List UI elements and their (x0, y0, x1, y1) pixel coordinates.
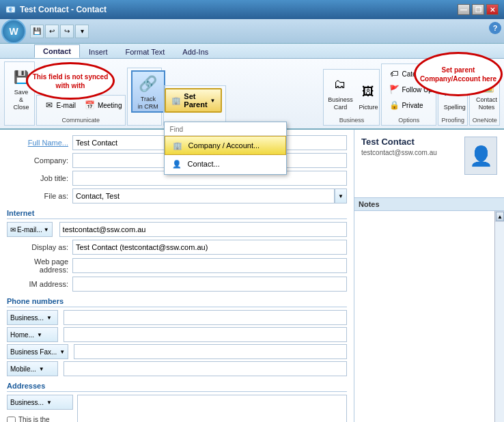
file-as-input[interactable] (72, 188, 335, 203)
private-icon: 🔒 (389, 100, 400, 111)
save-close-icon: 💾 (10, 66, 32, 88)
avatar-icon: 👤 (469, 145, 493, 167)
track-crm-button[interactable]: 🔗 Trackin CRM (131, 70, 165, 113)
web-page-label: Web page address: (7, 257, 68, 274)
phone-section-header: Phone numbers (7, 297, 347, 307)
restore-button[interactable]: ❐ (472, 4, 484, 15)
notes-header: Notes (354, 198, 504, 211)
ribbon: 💾 Save &Close ✉ E-mail 📅 Meeting ▾ Commu… (0, 59, 504, 130)
right-panel: Test Contact testcontact@ssw.com.au 👤 No… (354, 130, 504, 422)
phone-business-input[interactable] (64, 310, 347, 325)
spelling-icon: ABC (444, 81, 466, 103)
contact-card-info: Test Contact testcontact@ssw.com.au (361, 137, 458, 191)
display-as-input[interactable] (72, 240, 347, 255)
phone-home-input[interactable] (64, 327, 347, 342)
ribbon-group-setparent: 🏢 Set Parent ▼ Find 🏢 Company / Account.… (163, 85, 227, 126)
contact-menu-icon: 👤 (171, 158, 182, 169)
company-account-item[interactable]: 🏢 Company / Account... (165, 136, 286, 155)
phone-fax-arrow: ▼ (59, 349, 65, 355)
track-crm-icon: 🔗 (137, 73, 159, 95)
communicate-label: Communicate (37, 117, 125, 124)
proofing-label: Proofing (438, 117, 468, 124)
qat-save[interactable]: 💾 (30, 25, 44, 38)
notes-scrollbar[interactable]: ▲ ▼ (494, 211, 504, 422)
followup-button[interactable]: 🚩 Follow Up ▼ (385, 82, 445, 97)
find-dropdown: Find 🏢 Company / Account... 👤 Contact... (164, 122, 287, 175)
phone-mobile-button[interactable]: Mobile... ▼ (7, 361, 58, 376)
address-textarea[interactable] (77, 395, 347, 422)
set-parent-arrow: ▼ (210, 98, 216, 104)
top-bar: W 💾 ↩ ↪ ▾ ? (0, 19, 504, 44)
categorize-button[interactable]: 🏷 Categorize ▼ (385, 66, 445, 81)
email-btn-label: E-mail... (17, 226, 42, 234)
email-button[interactable]: ✉ E-mail (40, 98, 79, 113)
file-as-container: ▼ (72, 188, 347, 203)
office-button[interactable]: W (1, 19, 26, 44)
phone-fax-button[interactable]: Business Fax... ▼ (7, 344, 68, 359)
track-crm-label: Trackin CRM (138, 96, 158, 111)
set-parent-button[interactable]: 🏢 Set Parent ▼ (165, 88, 222, 113)
meeting-button[interactable]: 📅 Meeting (81, 98, 126, 113)
contact-notes-button[interactable]: 📒 ContactNotes (473, 72, 499, 113)
options-group-label: Options (382, 117, 435, 124)
spelling-label: Spelling (444, 104, 466, 111)
email-label: E-mail (57, 102, 76, 109)
im-address-input[interactable] (72, 277, 347, 292)
job-title-label: Job title: (7, 174, 68, 182)
mailing-label: This is the mailing address (18, 415, 73, 422)
im-address-label: IM address: (7, 280, 68, 288)
qat-undo[interactable]: ↩ (45, 25, 59, 38)
save-close-label: Save &Close (12, 89, 31, 111)
web-page-input[interactable] (72, 258, 347, 273)
followup-icon: 🚩 (389, 84, 400, 95)
phone-mobile-input[interactable] (64, 361, 347, 376)
contact-menu-label: Contact... (188, 160, 220, 168)
notes-textarea[interactable] (354, 211, 494, 422)
address-business-label: Business... (10, 399, 44, 406)
phone-home-button[interactable]: Home... ▼ (7, 327, 58, 342)
mailing-checkbox[interactable] (7, 417, 16, 422)
business-card-button[interactable]: 🗂 BusinessCard (327, 72, 353, 113)
ribbon-group-proofing: ABC Spelling Proofing (438, 76, 468, 126)
qat-more[interactable]: ▾ (75, 25, 89, 38)
title-text: Test Contact - Contact (20, 5, 107, 14)
help-button[interactable]: ? (489, 22, 501, 34)
address-business-button[interactable]: Business... ▼ (7, 395, 73, 410)
email-input[interactable] (59, 222, 347, 237)
ribbon-group-save: 💾 Save &Close (4, 61, 35, 126)
minimize-button[interactable]: — (458, 4, 470, 15)
phone-business-button[interactable]: Business... ▼ (7, 310, 58, 325)
ribbon-group-options: 🏷 Categorize ▼ 🚩 Follow Up ▼ 🔒 Private O… (381, 64, 436, 126)
contact-card: Test Contact testcontact@ssw.com.au 👤 (354, 130, 504, 198)
ribbon-tabs: Contact Insert Format Text Add-Ins (0, 44, 504, 59)
display-as-label: Display as: (7, 243, 68, 251)
scrollbar-up-btn[interactable]: ▲ (496, 212, 504, 221)
phone-fax-label: Business Fax... (10, 348, 57, 356)
meeting-label: Meeting (98, 102, 122, 109)
app-icon: 📧 (5, 5, 16, 14)
file-as-dropdown-btn[interactable]: ▼ (335, 188, 347, 203)
close-button[interactable]: ✕ (486, 4, 499, 15)
tab-insert[interactable]: Insert (80, 44, 117, 58)
picture-button[interactable]: 🖼 Picture (355, 79, 381, 113)
notes-body: ▲ ▼ (354, 211, 504, 422)
email-dropdown-button[interactable]: ✉ E-mail... ▼ (7, 222, 53, 237)
phone-home-arrow: ▼ (37, 332, 42, 338)
fullname-label[interactable]: Full Name... (7, 139, 68, 147)
spelling-button[interactable]: ABC Spelling (442, 79, 468, 113)
categorize-label: Categorize (402, 70, 434, 78)
titlebar: 📧 Test Contact - Contact — ❐ ✕ (0, 0, 504, 19)
phone-fax-input[interactable] (74, 344, 347, 359)
im-address-row: IM address: (7, 277, 347, 292)
annotation-text-1: This field is not synced with with (28, 72, 113, 90)
contact-item[interactable]: 👤 Contact... (165, 155, 286, 173)
qat-redo[interactable]: ↪ (60, 25, 74, 38)
tab-format-text[interactable]: Format Text (116, 44, 173, 58)
email-icon: ✉ (44, 100, 55, 111)
save-close-button[interactable]: 💾 Save &Close (8, 64, 34, 113)
private-button[interactable]: 🔒 Private (385, 98, 445, 113)
tab-contact[interactable]: Contact (34, 44, 80, 58)
business-card-icon: 🗂 (329, 74, 351, 96)
tab-addins[interactable]: Add-Ins (173, 44, 217, 58)
internet-section-header: Internet (7, 209, 347, 219)
